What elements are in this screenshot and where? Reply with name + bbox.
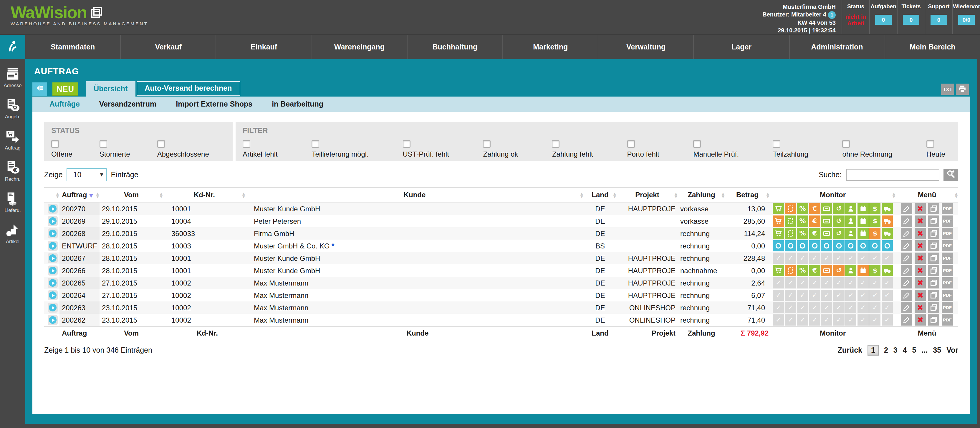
edit-button[interactable] <box>901 314 912 326</box>
monitor-stamp-icon[interactable] <box>785 228 796 239</box>
monitor-refresh-icon[interactable]: ✓ <box>834 290 845 301</box>
delete-button[interactable]: ✖ <box>915 302 926 313</box>
monitor-calendar-icon[interactable] <box>858 228 869 239</box>
monitor-refresh-icon[interactable]: ↺ <box>834 228 845 239</box>
checkbox-teillieferung-moegl[interactable] <box>312 140 319 148</box>
monitor-refresh-icon[interactable]: ↺ <box>834 265 845 276</box>
pagination-page-3[interactable]: 3 <box>893 346 897 355</box>
new-button[interactable]: NEU <box>52 83 78 96</box>
expand-row-button[interactable] <box>48 241 58 251</box>
checkbox-stornierte[interactable] <box>100 140 107 148</box>
monitor-refresh-icon[interactable]: ↺ <box>834 203 845 214</box>
monitor-card-icon[interactable]: ✓ <box>821 290 832 301</box>
monitor-stamp-icon[interactable] <box>785 240 796 251</box>
pagination-page-1[interactable]: 1 <box>867 345 879 356</box>
collapse-back-button[interactable] <box>32 83 47 96</box>
tab-uebersicht[interactable]: Übersicht <box>86 81 135 97</box>
column-header-monitor[interactable]: Monitor▲▼ <box>770 188 896 202</box>
monitor-euro-icon[interactable]: € <box>809 265 820 276</box>
pagination-prev[interactable]: Zurück <box>838 346 862 355</box>
monitor-dollar-icon[interactable]: $ <box>870 215 881 227</box>
monitor-refresh-icon[interactable]: ✓ <box>834 253 845 264</box>
copy-button[interactable] <box>928 240 939 251</box>
monitor-user-icon[interactable] <box>845 240 857 251</box>
nav-item-wareneingang[interactable]: Wareneingang <box>311 35 407 59</box>
pagination-page-35[interactable]: 35 <box>933 346 941 355</box>
monitor-refresh-icon[interactable]: ✓ <box>834 277 845 288</box>
monitor-calendar-icon[interactable] <box>858 203 869 214</box>
monitor-card-icon[interactable] <box>821 203 832 214</box>
nav-item-administration[interactable]: Administration <box>789 35 884 59</box>
subnav-item-versandzentrum[interactable]: Versandzentrum <box>99 100 157 108</box>
copy-button[interactable] <box>928 290 939 301</box>
delete-button[interactable]: ✖ <box>915 265 926 276</box>
monitor-euro-icon[interactable]: € <box>809 228 820 239</box>
monitor-percent-icon[interactable]: ✓ <box>797 290 808 301</box>
subnav-item-auftraege[interactable]: Aufträge <box>49 100 80 108</box>
monitor-stamp-icon[interactable]: ✓ <box>785 290 796 301</box>
monitor-truck-icon[interactable]: ✓ <box>881 290 893 301</box>
copy-button[interactable] <box>928 228 939 239</box>
nav-item-stammdaten[interactable]: Stammdaten <box>25 35 120 59</box>
monitor-calendar-icon[interactable]: ✓ <box>858 277 869 288</box>
monitor-euro-icon[interactable]: ✓ <box>809 302 820 313</box>
monitor-card-icon[interactable]: ✓ <box>821 302 832 313</box>
search-button[interactable] <box>943 169 958 181</box>
nav-item-einkauf[interactable]: Einkauf <box>216 35 311 59</box>
checkbox-artikel-fehlt[interactable] <box>243 140 250 148</box>
monitor-dollar-icon[interactable]: $ <box>870 228 881 239</box>
expand-row-button[interactable] <box>48 204 58 214</box>
user-badge[interactable]: 1 <box>828 11 836 19</box>
pagination-page-5[interactable]: 5 <box>912 346 916 355</box>
monitor-cart-icon[interactable] <box>773 228 784 239</box>
checkbox-zahlung-fehlt[interactable] <box>552 140 560 148</box>
monitor-dollar-icon[interactable]: ✓ <box>870 290 881 301</box>
monitor-dollar-icon[interactable]: ✓ <box>870 302 881 313</box>
monitor-truck-icon[interactable]: ✓ <box>881 277 893 288</box>
checkbox-teilzahlung[interactable] <box>773 140 781 148</box>
delete-button[interactable]: ✖ <box>915 228 926 239</box>
monitor-card-icon[interactable] <box>821 215 832 227</box>
monitor-percent-icon[interactable]: % <box>797 228 808 239</box>
sidebar-item-angeb[interactable]: Angeb. <box>5 98 21 119</box>
monitor-percent-icon[interactable]: % <box>797 215 808 227</box>
monitor-calendar-icon[interactable]: ✓ <box>858 302 869 313</box>
edit-button[interactable] <box>901 302 912 313</box>
checkbox-offene[interactable] <box>51 140 59 148</box>
monitor-euro-icon[interactable]: € <box>809 203 820 214</box>
subnav-item-import-externe-shops[interactable]: Import Externe Shops <box>176 100 252 108</box>
monitor-stamp-icon[interactable] <box>785 265 796 276</box>
pdf-button[interactable]: PDF <box>942 228 953 239</box>
sidebar-item-lieferu[interactable]: Lieferu. <box>5 191 21 213</box>
checkbox-zahlung-ok[interactable] <box>483 140 491 148</box>
column-header-vom[interactable]: Vom▲▼ <box>100 188 163 202</box>
monitor-user-icon[interactable]: ✓ <box>845 302 857 313</box>
edit-button[interactable] <box>901 290 912 301</box>
monitor-dollar-icon[interactable]: $ <box>870 203 881 214</box>
monitor-cart-icon[interactable]: ✓ <box>773 277 784 288</box>
page-size-select[interactable]: 10 ▼ <box>67 169 107 181</box>
edit-button[interactable] <box>901 203 912 214</box>
pdf-button[interactable]: PDF <box>942 215 953 227</box>
monitor-card-icon[interactable]: ✓ <box>821 314 832 326</box>
checkbox-ust-pruef-fehlt[interactable] <box>402 140 410 148</box>
column-header-menue[interactable]: Menü▲▼ <box>896 188 958 202</box>
sidebar-item-rechn[interactable]: €Rechn. <box>5 160 21 182</box>
tab-auto-versand-berechnen[interactable]: Auto-Versand berechnen <box>136 81 240 96</box>
delete-button[interactable]: ✖ <box>915 240 926 251</box>
monitor-refresh-icon[interactable]: ✓ <box>834 314 845 326</box>
delete-button[interactable]: ✖ <box>915 203 926 214</box>
status-box-value-badge[interactable]: 0 <box>903 15 920 25</box>
monitor-cart-icon[interactable]: ✓ <box>773 253 784 264</box>
monitor-calendar-icon[interactable] <box>858 265 869 276</box>
monitor-calendar-icon[interactable] <box>858 215 869 227</box>
edit-button[interactable] <box>901 215 912 227</box>
nav-item-mein-bereich[interactable]: Mein Bereich <box>885 35 980 59</box>
status-box-value-badge[interactable]: 0 <box>931 15 947 25</box>
pdf-button[interactable]: PDF <box>942 265 953 276</box>
edit-button[interactable] <box>901 253 912 264</box>
checkbox-abgeschlossene[interactable] <box>157 140 165 148</box>
print-button[interactable] <box>956 84 969 95</box>
delete-button[interactable]: ✖ <box>915 277 926 288</box>
column-header-expand[interactable]: ▲▼ <box>44 188 59 202</box>
